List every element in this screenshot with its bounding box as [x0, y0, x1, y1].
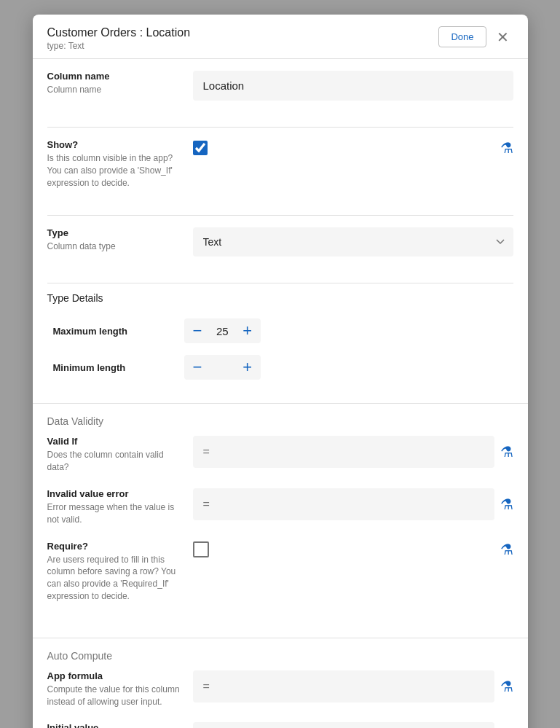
max-length-stepper: − 25 +: [184, 318, 261, 343]
initial-value-formula[interactable]: =: [193, 722, 494, 728]
max-length-row: Maximum length − 25 +: [47, 318, 513, 343]
auto-compute-header: Auto Compute: [33, 638, 528, 670]
column-name-input[interactable]: [193, 71, 513, 101]
valid-if-row: Valid If Does the column contain valid d…: [47, 436, 513, 474]
require-label-group: Require? Are users required to fill in t…: [47, 541, 193, 603]
invalid-value-label: Invalid value error: [47, 488, 181, 499]
invalid-value-row: Invalid value error Error message when t…: [47, 488, 513, 526]
column-name-desc: Column name: [47, 84, 181, 96]
initial-value-label-group: Initial value The default starting value…: [47, 722, 193, 728]
min-length-decrease-button[interactable]: −: [190, 359, 205, 375]
type-section: Type Column data type Text Number Date Y…: [33, 216, 528, 283]
valid-if-label: Valid If: [47, 436, 181, 447]
done-button[interactable]: Done: [438, 26, 486, 47]
initial-value-row: Initial value The default starting value…: [47, 722, 513, 728]
data-validity-content: Valid If Does the column contain valid d…: [33, 436, 528, 628]
max-length-decrease-button[interactable]: −: [190, 323, 205, 339]
type-select[interactable]: Text Number Date Yes/No Email: [193, 227, 513, 257]
column-name-label: Column name: [47, 71, 181, 82]
show-label-group: Show? Is this column visible in the app?…: [47, 139, 193, 189]
max-length-label: Maximum length: [53, 326, 184, 337]
modal-subtitle: type: Text: [47, 41, 191, 51]
invalid-value-flask-icon[interactable]: ⚗: [500, 496, 513, 513]
column-name-label-group: Column name Column name: [47, 71, 193, 96]
modal-title-group: Customer Orders : Location type: Text: [47, 26, 191, 51]
modal-body: Column name Column name Show? Is this co…: [33, 59, 528, 728]
data-validity-title: Data Validity: [47, 415, 513, 427]
app-formula-eq: =: [203, 680, 210, 693]
min-length-stepper: − +: [184, 355, 261, 380]
data-validity-header: Data Validity: [33, 403, 528, 436]
initial-value-control: = ⚗: [193, 722, 513, 728]
invalid-value-label-group: Invalid value error Error message when t…: [47, 488, 193, 526]
show-row: Show? Is this column visible in the app?…: [47, 139, 513, 189]
overlay: Customer Orders : Location type: Text Do…: [0, 0, 560, 728]
app-formula-row: App formula Compute the value for this c…: [47, 670, 513, 708]
column-name-control: [193, 71, 513, 101]
valid-if-flask-icon[interactable]: ⚗: [500, 443, 513, 461]
invalid-value-formula[interactable]: =: [193, 488, 494, 520]
valid-if-eq: =: [203, 445, 210, 458]
require-checkbox[interactable]: [193, 541, 209, 557]
valid-if-desc: Does the column contain valid data?: [47, 449, 181, 474]
column-name-section: Column name Column name: [33, 59, 528, 127]
type-row: Type Column data type Text Number Date Y…: [47, 227, 513, 257]
show-section: Show? Is this column visible in the app?…: [33, 128, 528, 215]
invalid-value-desc: Error message when the value is not vali…: [47, 501, 181, 526]
type-details-title: Type Details: [47, 292, 513, 304]
modal-dialog: Customer Orders : Location type: Text Do…: [33, 15, 528, 728]
valid-if-label-group: Valid If Does the column contain valid d…: [47, 436, 193, 474]
auto-compute-title: Auto Compute: [47, 650, 513, 662]
show-label: Show?: [47, 139, 181, 150]
require-flask-icon[interactable]: ⚗: [500, 541, 513, 558]
close-button[interactable]: ✕: [492, 27, 513, 47]
max-length-value: 25: [213, 325, 231, 337]
app-formula-flask-icon[interactable]: ⚗: [500, 678, 513, 695]
type-control: Text Number Date Yes/No Email: [193, 227, 513, 257]
show-checkbox[interactable]: [193, 141, 208, 155]
require-desc: Are users required to fill in this colum…: [47, 554, 181, 603]
initial-value-label: Initial value: [47, 722, 181, 728]
app-formula-control: = ⚗: [193, 670, 513, 702]
min-length-increase-button[interactable]: +: [240, 359, 255, 375]
type-label: Type: [47, 227, 181, 238]
app-formula-desc: Compute the value for this column instea…: [47, 684, 181, 708]
min-length-label: Minimum length: [53, 362, 184, 373]
min-length-row: Minimum length − +: [47, 355, 513, 380]
app-formula-label: App formula: [47, 670, 181, 681]
invalid-value-control: = ⚗: [193, 488, 513, 520]
show-flask-icon[interactable]: ⚗: [500, 139, 513, 157]
modal-title: Customer Orders : Location: [47, 26, 191, 39]
max-length-increase-button[interactable]: +: [240, 323, 255, 339]
require-control: ⚗: [193, 541, 513, 558]
show-control: ⚗: [193, 139, 513, 157]
require-row: Require? Are users required to fill in t…: [47, 541, 513, 603]
modal-header-actions: Done ✕: [438, 26, 513, 47]
app-formula-label-group: App formula Compute the value for this c…: [47, 670, 193, 708]
type-label-group: Type Column data type: [47, 227, 193, 253]
show-desc: Is this column visible in the app? You c…: [47, 152, 181, 189]
valid-if-control: = ⚗: [193, 436, 513, 468]
column-name-row: Column name Column name: [47, 71, 513, 101]
invalid-value-eq: =: [203, 498, 210, 511]
app-formula-formula[interactable]: =: [193, 670, 494, 702]
require-label: Require?: [47, 541, 181, 552]
valid-if-formula[interactable]: =: [193, 436, 494, 468]
auto-compute-content: App formula Compute the value for this c…: [33, 670, 528, 728]
type-details-section: Type Details Maximum length − 25 + Minim…: [33, 283, 528, 403]
type-desc: Column data type: [47, 240, 181, 253]
modal-header: Customer Orders : Location type: Text Do…: [33, 15, 528, 59]
